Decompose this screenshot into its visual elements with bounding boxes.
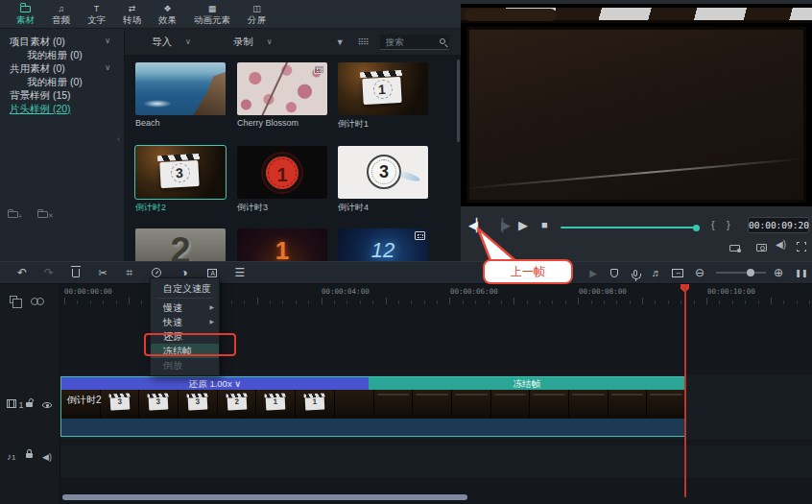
undo-button[interactable]: ↶ (12, 262, 33, 283)
media-item-label: 倒计时3 (237, 202, 327, 214)
delete-folder-button[interactable]: ✕ (37, 209, 54, 220)
ruler-label: 00:00:04:00 (322, 287, 370, 296)
zoom-slider-knob[interactable] (747, 269, 754, 276)
audio-track-lock-button[interactable] (26, 449, 33, 460)
video-track-lock-button[interactable] (26, 398, 33, 409)
menu-item-自定义速度[interactable]: 自定义速度 (151, 281, 219, 296)
clapper-graphic: 1 (362, 77, 401, 105)
timeline-clip[interactable]: 还原 1.00x ∨ 冻结帧 333211 倒计时2 (60, 376, 686, 437)
media-item-thumb-6[interactable]: 2 (135, 228, 226, 261)
adjust-button[interactable]: ☰ (229, 262, 251, 283)
media-item-Beach[interactable]: Beach (135, 62, 226, 128)
media-item-倒计时3[interactable]: 1倒计时3 (237, 146, 327, 214)
video-track[interactable]: 还原 1.00x ∨ 冻结帧 333211 倒计时2 (60, 374, 812, 440)
clip-speed-label[interactable]: 还原 1.00x ∨ (61, 377, 369, 390)
redo-button[interactable]: ↷ (38, 262, 60, 283)
timeline-zoom-slider[interactable] (716, 272, 766, 274)
sidebar-item-2[interactable]: 共用素材 (0)∨ (0, 61, 124, 75)
stop-button[interactable]: ■ (541, 219, 548, 230)
countdown-number: 1 (266, 164, 299, 186)
countdown-number: 1 (237, 236, 327, 261)
filmstrip-frame: 1 (296, 390, 335, 419)
search-input[interactable] (384, 36, 440, 48)
media-thumbnail[interactable] (135, 62, 226, 115)
zoom-fit-button[interactable] (667, 262, 688, 283)
ruler-label: 00:00:00:00 (64, 287, 112, 296)
sidebar-item-1[interactable]: 我的相册 (0) (0, 48, 124, 61)
mini-clapper: 3 (188, 396, 208, 410)
sidebar-collapse-icon[interactable]: ‹ (117, 134, 120, 144)
video-track-visibility-button[interactable] (42, 400, 52, 410)
tab-分屏[interactable]: ◫分屏 (239, 0, 275, 29)
playhead-line[interactable] (684, 284, 686, 497)
mark-in-icon[interactable]: { (711, 219, 715, 230)
chevron-down-icon: ∨ (105, 61, 110, 75)
render-preview-button[interactable]: ▶ (583, 262, 604, 283)
audio-track[interactable] (60, 445, 812, 478)
snapshot-button[interactable] (756, 238, 767, 255)
media-thumbnail[interactable]: 2 (135, 228, 226, 261)
sidebar-item-5[interactable]: 片头样例 (20) (0, 102, 124, 115)
audio-track-mute-button[interactable]: ◀) (42, 452, 52, 462)
media-thumbnail[interactable]: 3 (338, 146, 428, 199)
media-item-倒计时4[interactable]: 3倒计时4 (338, 146, 428, 214)
tab-素材[interactable]: 素材 (8, 0, 43, 29)
media-item-倒计时1[interactable]: 1倒计时1 (338, 62, 428, 131)
media-thumbnail[interactable]: 12 (338, 228, 428, 261)
media-item-Cherry Blossom[interactable]: Cherry Blossom (237, 62, 327, 128)
mixer-button[interactable]: ♬ (646, 262, 667, 283)
media-thumbnail[interactable]: 1 (237, 146, 327, 199)
volume-button[interactable]: ◀) (776, 239, 786, 250)
zoom-in-button[interactable]: ⊕ (768, 262, 789, 283)
search-icon[interactable] (440, 38, 445, 44)
cut-button[interactable]: ✂ (92, 262, 113, 283)
timeline-hscrollbar[interactable] (62, 494, 467, 500)
voiceover-button[interactable] (625, 262, 646, 283)
screen-record-icon (729, 245, 740, 252)
link-clips-button[interactable] (31, 291, 43, 308)
filter-button[interactable]: ▼ (336, 37, 345, 47)
sidebar-item-0[interactable]: 项目素材 (0)∨ (0, 35, 124, 48)
filmstrip-frame: 3 (139, 390, 179, 419)
tab-动画元素[interactable]: ▦动画元素 (185, 0, 239, 29)
media-thumbnail[interactable]: 1 (338, 62, 428, 115)
preview-top-strip (461, 0, 812, 4)
mini-clapper: 1 (305, 396, 325, 410)
import-button[interactable]: 导入∨ (152, 36, 191, 49)
media-thumbnail[interactable]: 3 (135, 146, 226, 199)
sidebar-item-4[interactable]: 背景样例 (15) (0, 88, 124, 102)
protect-button[interactable] (604, 262, 625, 283)
seek-bar[interactable] (561, 227, 697, 228)
add-folder-button[interactable]: + (8, 209, 22, 220)
tab-音频[interactable]: ♫音频 (43, 0, 79, 29)
zoom-out-button[interactable]: ⊖ (689, 262, 710, 283)
mini-clapper: 1 (266, 396, 286, 410)
video-track-icon: 1 (7, 399, 24, 410)
crop-button[interactable]: ⌗ (119, 262, 140, 283)
tab-转场[interactable]: ⇄转场 (114, 0, 150, 29)
menu-item-快速[interactable]: 快速▶ (151, 315, 219, 329)
panel-toggle-button[interactable]: ❚❚ (791, 262, 812, 283)
media-scrollbar[interactable] (457, 60, 460, 142)
media-item-thumb-8[interactable]: 12 (338, 228, 428, 261)
view-grid-button[interactable]: ⠿⠿ (358, 37, 369, 47)
record-button[interactable]: 录制∨ (233, 36, 273, 49)
clip-freeze-label[interactable]: 冻结帧 (369, 377, 685, 390)
media-item-倒计时2[interactable]: 3倒计时2 (135, 146, 226, 214)
tab-效果[interactable]: ❖效果 (150, 0, 185, 29)
media-thumbnail[interactable] (237, 62, 327, 115)
preview-clapper-hinge (465, 9, 557, 21)
media-item-thumb-7[interactable]: 1 (237, 228, 327, 261)
search-box[interactable] (380, 35, 449, 50)
menu-item-慢速[interactable]: 慢速▶ (151, 300, 219, 315)
sidebar-item-3[interactable]: 我的相册 (0) (0, 75, 124, 88)
delete-button[interactable] (65, 262, 86, 283)
mark-out-icon[interactable]: } (727, 219, 730, 230)
screen-record-button[interactable] (729, 238, 740, 255)
fullscreen-button[interactable] (797, 238, 806, 255)
menu-item-倒放[interactable]: 倒放 (151, 358, 219, 372)
tab-文字[interactable]: T文字 (79, 0, 114, 29)
media-thumbnail[interactable]: 1 (237, 228, 327, 261)
manage-tracks-button[interactable] (10, 290, 17, 307)
seek-knob[interactable] (693, 225, 700, 231)
